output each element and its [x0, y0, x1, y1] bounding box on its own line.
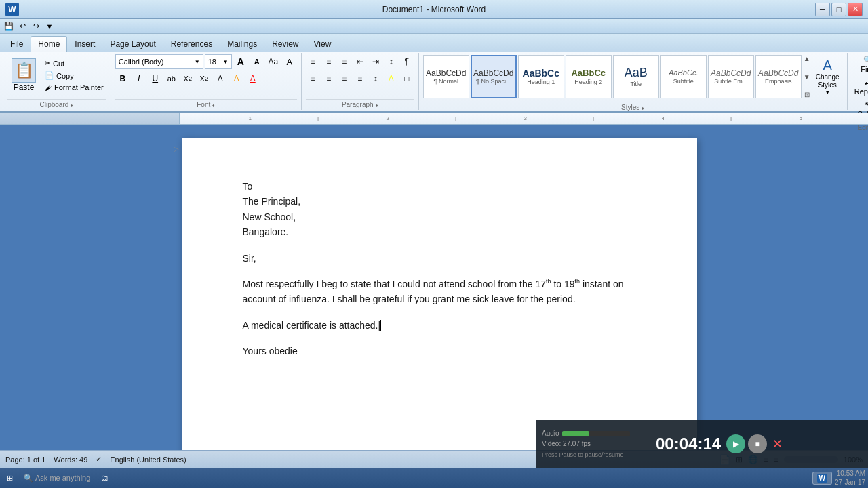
- change-case-button[interactable]: Aa: [266, 54, 281, 69]
- clipboard-expand[interactable]: ⬧: [70, 102, 73, 108]
- video-overlay: Audio Video: 27.07 fps Press Pause to pa…: [536, 420, 868, 468]
- tab-view[interactable]: View: [307, 36, 339, 52]
- superscript-button[interactable]: X2: [197, 71, 212, 86]
- tab-references[interactable]: References: [163, 36, 220, 52]
- clear-format-button[interactable]: A: [282, 54, 297, 69]
- word-taskbar-item[interactable]: W: [812, 472, 832, 485]
- style-subtitle[interactable]: AaBbCc. Subtitle: [660, 55, 707, 98]
- multilevel-list-button[interactable]: ≡: [337, 54, 352, 69]
- language[interactable]: English (United States): [110, 455, 186, 464]
- style-heading1[interactable]: AaBbCc Heading 1: [518, 55, 564, 98]
- save-quick-button[interactable]: 💾: [3, 20, 15, 33]
- windows-icon: ⊞: [7, 474, 13, 483]
- editing-content: 🔍 Find ⇄ Replace ↖ Select: [852, 53, 868, 121]
- grow-font-button[interactable]: A: [233, 54, 248, 69]
- bold-button[interactable]: B: [115, 71, 130, 86]
- document-area: ▷ To The Principal, New School, Bangalor…: [0, 125, 868, 468]
- font-color-button[interactable]: A: [245, 71, 260, 86]
- copy-button[interactable]: 📄 Copy: [42, 70, 106, 81]
- subscript-button[interactable]: X2: [180, 71, 195, 86]
- font-family-selector[interactable]: Calibri (Body) ▼: [115, 54, 203, 69]
- change-styles-icon: A: [823, 58, 832, 73]
- copy-icon: 📄: [45, 71, 54, 80]
- clock-time: 10:53 AM: [835, 469, 865, 478]
- system-clock[interactable]: 10:53 AM 27-Jan-17: [835, 469, 865, 487]
- style-title-preview: AaB: [625, 66, 648, 81]
- redo-button[interactable]: ↪: [30, 20, 42, 33]
- italic-button[interactable]: I: [132, 71, 146, 86]
- start-button[interactable]: ⊞: [3, 472, 17, 484]
- shrink-font-button[interactable]: A: [250, 54, 264, 69]
- size-dropdown-arrow: ▼: [223, 59, 229, 65]
- font-size-selector[interactable]: 18 ▼: [205, 54, 232, 69]
- style-heading2[interactable]: AaBbCc Heading 2: [566, 55, 612, 98]
- video-close-button[interactable]: ✕: [772, 436, 783, 451]
- borders-button[interactable]: □: [399, 71, 414, 86]
- address-principal: The Principal,: [243, 194, 636, 209]
- styles-scroll-down[interactable]: ▼: [804, 73, 810, 81]
- shading-button[interactable]: A: [384, 71, 399, 86]
- align-right-button[interactable]: ≡: [337, 71, 352, 86]
- close-button[interactable]: ✕: [848, 3, 863, 16]
- undo-button[interactable]: ↩: [16, 20, 28, 33]
- task-view-button[interactable]: 🗂: [97, 472, 113, 483]
- document-page[interactable]: To The Principal, New School, Bangalore.…: [182, 138, 697, 468]
- play-button[interactable]: ▶: [726, 434, 745, 453]
- highlight-button[interactable]: A: [229, 71, 244, 86]
- search-button[interactable]: 🔍 Ask me anything: [20, 472, 94, 484]
- strikethrough-button[interactable]: ab: [164, 71, 179, 86]
- paste-button[interactable]: 📋 Paste: [7, 55, 41, 96]
- minimize-button[interactable]: ─: [815, 3, 830, 16]
- quick-access-toolbar: 💾 ↩ ↪ ▼: [0, 19, 868, 34]
- replace-icon: ⇄: [865, 78, 868, 87]
- styles-scroll-more[interactable]: ⊡: [804, 91, 810, 98]
- stop-button[interactable]: ■: [748, 434, 767, 453]
- sort-button[interactable]: ↕: [384, 54, 399, 69]
- style-title[interactable]: AaB Title: [613, 55, 659, 98]
- tab-insert[interactable]: Insert: [67, 36, 102, 52]
- status-left: Page: 1 of 1 Words: 49 ✓ English (United…: [5, 455, 186, 464]
- audio-section: Audio Video: 27.07 fps Press Pause to pa…: [542, 430, 650, 458]
- tab-mailings[interactable]: Mailings: [220, 36, 264, 52]
- paragraph-expand[interactable]: ⬧: [375, 102, 378, 108]
- change-styles-button[interactable]: A ChangeStyles ▼: [812, 54, 843, 99]
- tab-file[interactable]: File: [3, 36, 31, 52]
- align-left-button[interactable]: ≡: [306, 71, 321, 86]
- find-button[interactable]: 🔍 Find: [858, 54, 868, 75]
- bullets-button[interactable]: ≡: [306, 54, 321, 69]
- tab-home[interactable]: Home: [31, 36, 67, 52]
- justify-button[interactable]: ≡: [353, 71, 368, 86]
- show-hide-button[interactable]: ¶: [399, 54, 414, 69]
- change-styles-label: ChangeStyles: [816, 73, 840, 89]
- replace-button[interactable]: ⇄ Replace: [852, 77, 868, 97]
- format-painter-button[interactable]: 🖌 Format Painter: [42, 82, 106, 93]
- style-normal-preview: AaBbCcDd: [426, 68, 466, 78]
- increase-indent-button[interactable]: ⇥: [368, 54, 383, 69]
- style-normal[interactable]: AaBbCcDd ¶ Normal: [423, 55, 469, 98]
- body-paragraph-2: A medical certificate is attached.|: [243, 318, 636, 333]
- line-spacing-button[interactable]: ↕: [368, 71, 383, 86]
- maximize-button[interactable]: □: [831, 3, 846, 16]
- style-subtle-em[interactable]: AaBbCcDd Subtle Em...: [708, 55, 754, 98]
- style-no-spacing[interactable]: AaBbCcDd ¶ No Spaci...: [471, 55, 517, 98]
- styles-expand[interactable]: ⬧: [641, 104, 644, 111]
- customize-toolbar-button[interactable]: ▼: [43, 20, 56, 33]
- underline-button[interactable]: U: [148, 71, 163, 86]
- style-subtle-em-preview: AaBbCcDd: [711, 68, 751, 78]
- numbering-button[interactable]: ≡: [321, 54, 336, 69]
- styles-scroll-up[interactable]: ▲: [804, 55, 810, 62]
- tab-page-layout[interactable]: Page Layout: [102, 36, 163, 52]
- window-controls: ─ □ ✕: [815, 3, 863, 16]
- clipboard-group-label: Clipboard ⬧: [7, 99, 106, 110]
- style-emphasis[interactable]: AaBbCcDd Emphasis: [755, 55, 802, 98]
- cut-button[interactable]: ✂ Cut: [42, 58, 106, 69]
- tab-review[interactable]: Review: [264, 36, 306, 52]
- text-effects-button[interactable]: A: [213, 71, 228, 86]
- font-group-label: Font ⬧: [115, 99, 297, 110]
- decrease-indent-button[interactable]: ⇤: [353, 54, 368, 69]
- font-expand[interactable]: ⬧: [212, 102, 215, 108]
- styles-container: AaBbCcDd ¶ Normal AaBbCcDd ¶ No Spaci...…: [423, 55, 802, 98]
- paste-label: Paste: [14, 83, 35, 92]
- align-center-button[interactable]: ≡: [321, 71, 336, 86]
- font-row-2: B I U ab X2 X2 A A A: [115, 71, 260, 86]
